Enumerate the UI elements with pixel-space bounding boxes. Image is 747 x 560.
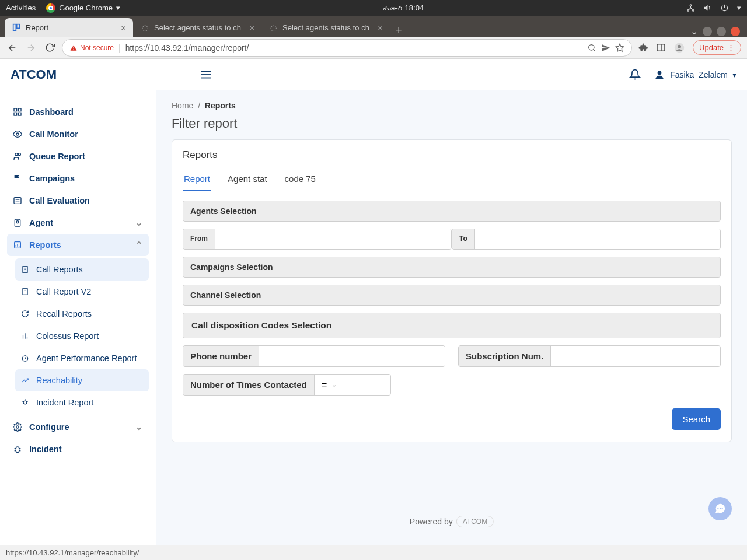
close-icon[interactable]: × xyxy=(378,23,383,33)
globe-icon: ◌ xyxy=(140,23,149,32)
subscription-label: Subscription Num. xyxy=(459,346,551,366)
clock[interactable]: ሐሙስ 18:04 xyxy=(120,4,686,13)
operator-select[interactable]: =⌄ xyxy=(315,374,344,395)
notifications-icon[interactable] xyxy=(629,69,641,80)
sidebar-sub-recall-reports[interactable]: Recall Reports xyxy=(15,303,149,325)
channel-selection-header[interactable]: Channel Selection xyxy=(183,285,721,306)
browser-tab[interactable]: Report × xyxy=(5,18,133,37)
volume-icon[interactable] xyxy=(703,4,712,12)
browser-tab[interactable]: ◌ Select agents status to ch × xyxy=(133,18,261,37)
sidebar-sub-colossus-report[interactable]: Colossus Report xyxy=(15,325,149,347)
sidebar-sub-call-report-v2[interactable]: Call Report V2 xyxy=(15,281,149,303)
tab-title: Select agents status to ch xyxy=(154,23,245,32)
refresh-icon xyxy=(21,310,29,318)
to-field: To xyxy=(452,229,721,250)
status-bar: https://10.43.92.1/manager/reachability/ xyxy=(0,545,747,560)
svg-rect-44 xyxy=(16,447,19,452)
to-input[interactable] xyxy=(475,229,720,249)
chevron-down-icon: ⌄ xyxy=(135,218,143,228)
to-label: To xyxy=(452,229,475,249)
sidebar-sub-call-reports[interactable]: Call Reports xyxy=(15,258,149,281)
breadcrumb-home[interactable]: Home xyxy=(172,101,193,110)
svg-point-20 xyxy=(18,153,20,156)
window-maximize-button[interactable] xyxy=(717,27,726,36)
svg-point-25 xyxy=(16,221,19,223)
sidebar-sub-agent-performance[interactable]: Agent Performance Report xyxy=(15,347,149,369)
new-tab-button[interactable]: + xyxy=(390,24,408,37)
agent-icon xyxy=(13,218,22,228)
sidebar-item-agent[interactable]: Agent⌄ xyxy=(7,212,149,234)
sidebar-item-dashboard[interactable]: Dashboard xyxy=(7,101,149,123)
svg-point-43 xyxy=(16,426,19,428)
card-title: Reports xyxy=(183,149,721,161)
chevron-down-icon[interactable]: ▾ xyxy=(737,4,741,12)
not-secure-badge[interactable]: Not secure xyxy=(69,44,114,52)
browser-tab[interactable]: ◌ Select agents status to ch × xyxy=(261,18,390,37)
svg-rect-16 xyxy=(14,113,17,116)
phone-field: Phone number xyxy=(183,345,445,367)
sidebar-sub-reachability[interactable]: Reachability xyxy=(15,369,149,391)
update-button[interactable]: Update ⋮ xyxy=(693,40,741,55)
profile-icon[interactable] xyxy=(674,43,685,53)
address-bar[interactable]: Not secure | https://10.43.92.1/manager/… xyxy=(62,39,632,57)
window-close-button[interactable] xyxy=(731,27,740,36)
window-minimize-button[interactable] xyxy=(703,27,712,36)
svg-point-9 xyxy=(678,44,681,48)
app-menu[interactable]: Google Chrome ▾ xyxy=(46,4,120,13)
back-button[interactable] xyxy=(6,41,19,54)
app-header: ATCOM Fasika_Zelalem ▾ xyxy=(0,59,747,90)
sidebar-sub-incident-report[interactable]: Incident Report xyxy=(15,391,149,414)
svg-point-1 xyxy=(687,10,689,12)
tab-agent-stat[interactable]: Agent stat xyxy=(226,169,268,191)
bug-icon xyxy=(21,398,29,407)
reload-button[interactable] xyxy=(43,41,56,54)
svg-point-18 xyxy=(16,133,19,135)
times-input[interactable] xyxy=(344,374,390,395)
agents-selection-header[interactable]: Agents Selection xyxy=(183,201,721,222)
powered-by: Powered by ATCOM xyxy=(410,516,494,527)
svg-point-19 xyxy=(15,153,18,156)
extensions-icon[interactable] xyxy=(638,43,648,52)
doc-icon xyxy=(21,288,29,296)
power-icon[interactable] xyxy=(720,4,729,12)
sidepanel-icon[interactable] xyxy=(656,43,666,52)
bookmark-icon[interactable] xyxy=(615,43,624,52)
menu-toggle-button[interactable] xyxy=(200,68,212,81)
activities-button[interactable]: Activities xyxy=(6,4,36,12)
list-icon xyxy=(13,196,22,205)
user-menu[interactable]: Fasika_Zelalem ▾ xyxy=(654,69,736,80)
tab-title: Select agents status to ch xyxy=(282,23,373,32)
close-icon[interactable]: × xyxy=(249,23,254,33)
send-icon[interactable] xyxy=(601,43,610,52)
search-button[interactable]: Search xyxy=(672,408,721,430)
content-area: Home / Reports Filter report Reports Rep… xyxy=(156,90,747,545)
disposition-selection-header[interactable]: Call disposition Codes Selection xyxy=(183,313,721,338)
times-contacted-field: Number of Times Contacted =⌄ xyxy=(183,374,391,396)
svg-point-49 xyxy=(717,508,718,509)
subscription-input[interactable] xyxy=(551,346,720,366)
tab-report[interactable]: Report xyxy=(183,169,211,191)
from-input[interactable] xyxy=(215,229,451,249)
sidebar-item-configure[interactable]: Configure⌄ xyxy=(7,416,149,438)
gnome-top-bar: Activities Google Chrome ▾ ሐሙስ 18:04 ▾ xyxy=(0,0,747,16)
browser-toolbar: Not secure | https://10.43.92.1/manager/… xyxy=(0,37,747,59)
svg-point-13 xyxy=(658,71,662,75)
sidebar-item-queue-report[interactable]: Queue Report xyxy=(7,145,149,167)
brand-logo[interactable]: ATCOM xyxy=(11,67,57,82)
close-icon[interactable]: × xyxy=(121,23,126,33)
forward-button[interactable] xyxy=(25,41,37,54)
campaigns-selection-header[interactable]: Campaigns Selection xyxy=(183,257,721,278)
doc-icon xyxy=(21,265,29,274)
zoom-icon[interactable] xyxy=(587,43,596,52)
sidebar-item-incident[interactable]: Incident xyxy=(7,438,149,460)
phone-input[interactable] xyxy=(259,346,445,366)
svg-rect-15 xyxy=(18,108,21,111)
sidebar-item-call-evaluation[interactable]: Call Evaluation xyxy=(7,190,149,212)
sidebar-item-reports[interactable]: Reports⌃ xyxy=(7,234,149,256)
tab-list-chevron-icon[interactable]: ⌄ xyxy=(690,26,698,37)
sidebar-item-call-monitor[interactable]: Call Monitor xyxy=(7,123,149,145)
chat-widget-button[interactable] xyxy=(708,497,732,520)
sidebar-item-campaigns[interactable]: Campaigns xyxy=(7,167,149,190)
network-icon[interactable] xyxy=(686,4,695,12)
tab-code-75[interactable]: code 75 xyxy=(284,169,317,191)
